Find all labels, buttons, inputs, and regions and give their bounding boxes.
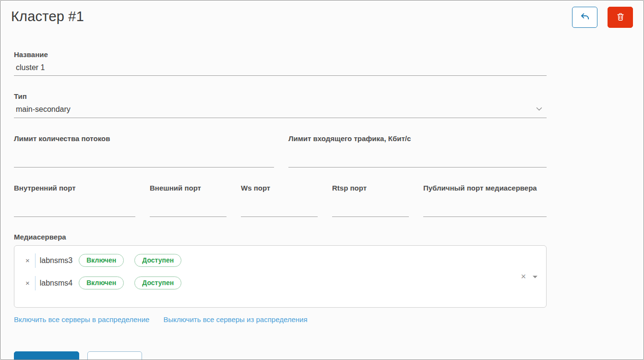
bulk-links: Включить все серверы в распределение Вык… (14, 315, 547, 324)
status-badge-enabled: Включен (79, 276, 124, 289)
traffic-limit-field-group: Лимит входящего трафика, Кбит/с (288, 134, 547, 168)
cluster-form: Название Тип main-secondary Лимит количе… (14, 50, 547, 360)
row-divider (35, 276, 36, 290)
name-field-group: Название (14, 50, 547, 76)
status-badge-available: Доступен (134, 254, 181, 267)
media-server-row: × labnsms4 Включен Доступен (14, 272, 546, 294)
clear-all-icon[interactable]: × (521, 272, 526, 281)
internal-port-input[interactable] (14, 192, 135, 217)
header-actions (572, 7, 633, 28)
multiselect-controls: × (521, 272, 538, 281)
media-servers-label: Медиасервера (14, 233, 547, 241)
trash-icon (615, 12, 626, 24)
public-port-field-group: Публичный порт медиасервера (423, 184, 547, 217)
chevron-down-icon (536, 105, 543, 113)
traffic-limit-input[interactable] (288, 143, 547, 168)
rtsp-port-input[interactable] (332, 192, 409, 217)
enable-all-servers-link[interactable]: Включить все серверы в распределение (14, 315, 149, 324)
status-badge-enabled: Включен (79, 254, 124, 267)
undo-button[interactable] (572, 7, 597, 28)
type-label: Тип (14, 92, 547, 101)
disable-all-servers-link[interactable]: Выключить все серверы из распределения (163, 315, 307, 324)
type-select[interactable]: main-secondary (14, 101, 547, 118)
remove-server-icon[interactable]: × (24, 278, 32, 288)
rtsp-port-label: Rtsp порт (332, 184, 409, 192)
external-port-input[interactable] (150, 192, 227, 217)
public-port-input[interactable] (423, 192, 547, 217)
stream-limit-label: Лимит количества потоков (14, 134, 274, 143)
cancel-button[interactable]: ОТМЕНА (87, 351, 142, 360)
form-actions: ОБНОВИТЬ ОТМЕНА (14, 351, 547, 360)
name-label: Название (14, 50, 547, 59)
server-name: labnsms4 (40, 279, 72, 288)
cluster-edit-page: Кластер #1 (0, 0, 644, 360)
traffic-limit-label: Лимит входящего трафика, Кбит/с (288, 134, 547, 143)
media-servers-field-group: Медиасервера × labnsms3 Включен Доступен… (14, 233, 547, 308)
update-button[interactable]: ОБНОВИТЬ (14, 351, 79, 360)
undo-icon (579, 11, 591, 24)
type-field-group: Тип main-secondary (14, 92, 547, 118)
delete-button[interactable] (608, 7, 633, 28)
ws-port-input[interactable] (241, 192, 318, 217)
row-divider (35, 253, 36, 268)
type-select-value[interactable]: main-secondary (14, 101, 547, 118)
stream-limit-input[interactable] (14, 143, 274, 168)
media-servers-multiselect[interactable]: × labnsms3 Включен Доступен × labnsms4 В… (14, 245, 547, 308)
limits-row: Лимит количества потоков Лимит входящего… (14, 134, 547, 168)
status-badge-available: Доступен (134, 276, 181, 289)
page-title: Кластер #1 (11, 7, 84, 24)
ports-row: Внутренний порт Внешний порт Ws порт Rts… (14, 184, 547, 217)
external-port-label: Внешний порт (150, 184, 227, 192)
media-server-row: × labnsms3 Включен Доступен (14, 249, 546, 272)
rtsp-port-field-group: Rtsp порт (332, 184, 409, 217)
caret-down-icon[interactable] (532, 273, 538, 280)
name-input[interactable] (14, 59, 547, 76)
external-port-field-group: Внешний порт (150, 184, 227, 217)
public-port-label: Публичный порт медиасервера (423, 184, 547, 192)
ws-port-label: Ws порт (241, 184, 318, 192)
server-name: labnsms3 (40, 256, 72, 265)
stream-limit-field-group: Лимит количества потоков (14, 134, 274, 168)
page-header: Кластер #1 (0, 0, 644, 28)
internal-port-field-group: Внутренний порт (14, 184, 135, 217)
internal-port-label: Внутренний порт (14, 184, 135, 192)
ws-port-field-group: Ws порт (241, 184, 318, 217)
remove-server-icon[interactable]: × (24, 256, 32, 265)
